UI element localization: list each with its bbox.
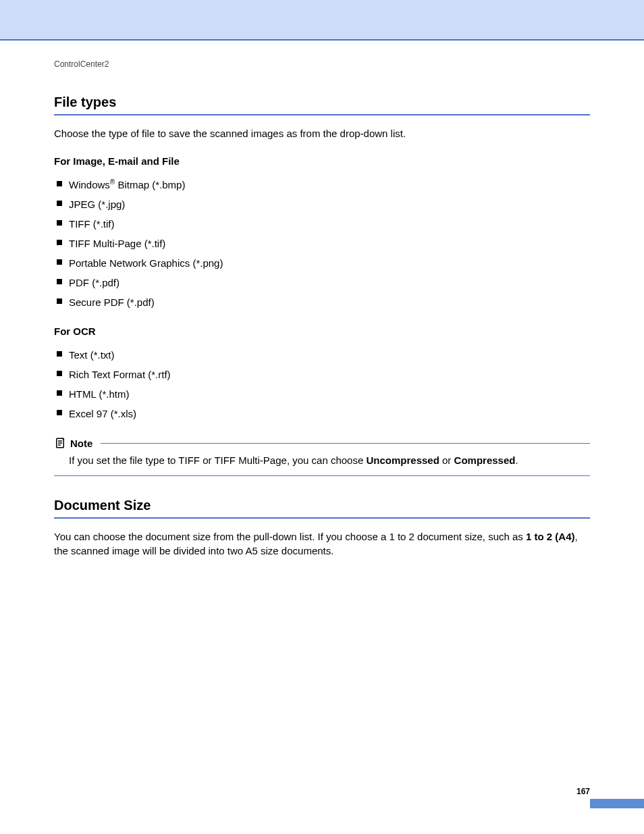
note-bold-2: Compressed — [454, 454, 516, 466]
group2-label: For OCR — [54, 325, 590, 337]
list-text-pre: Windows — [69, 179, 110, 190]
page-number: 167 — [576, 787, 590, 796]
section-rule — [54, 517, 590, 519]
note-icon — [54, 437, 66, 449]
list-item: Secure PDF (*.pdf) — [54, 292, 590, 312]
file-types-intro: Choose the type of file to save the scan… — [54, 126, 590, 140]
group2-list: Text (*.txt) Rich Text Format (*.rtf) HT… — [54, 345, 590, 423]
note-header: Note — [54, 437, 590, 449]
header-product: ControlCenter2 — [54, 59, 590, 69]
list-item: Portable Network Graphics (*.png) — [54, 253, 590, 273]
page-content: ControlCenter2 File types Choose the typ… — [0, 41, 644, 558]
list-text-post: Bitmap (*.bmp) — [115, 179, 185, 190]
doc-size-text: You can choose the document size from th… — [54, 529, 590, 558]
doc-size-text-pre: You can choose the document size from th… — [54, 531, 526, 542]
list-item: JPEG (*.jpg) — [54, 194, 590, 214]
note-header-line — [101, 443, 590, 444]
note-text: If you set the file type to TIFF or TIFF… — [54, 449, 590, 476]
top-band — [0, 0, 644, 39]
list-item: Text (*.txt) — [54, 345, 590, 365]
list-item: Windows® Bitmap (*.bmp) — [54, 175, 590, 194]
section-rule — [54, 114, 590, 115]
note-text-post: . — [515, 454, 518, 466]
note-block: Note If you set the file type to TIFF or… — [54, 437, 590, 476]
note-bold-1: Uncompressed — [366, 454, 439, 466]
group1-list: Windows® Bitmap (*.bmp) JPEG (*.jpg) TIF… — [54, 175, 590, 312]
group1-label: For Image, E-mail and File — [54, 155, 590, 167]
doc-size-bold: 1 to 2 (A4) — [526, 531, 575, 542]
list-item: Excel 97 (*.xls) — [54, 404, 590, 423]
list-item: TIFF Multi-Page (*.tif) — [54, 234, 590, 253]
note-text-pre: If you set the file type to TIFF or TIFF… — [69, 454, 366, 466]
list-item: Rich Text Format (*.rtf) — [54, 365, 590, 384]
list-item: TIFF (*.tif) — [54, 214, 590, 234]
note-label: Note — [70, 438, 92, 449]
section-title-file-types: File types — [54, 95, 590, 110]
list-item: HTML (*.htm) — [54, 384, 590, 404]
note-text-mid: or — [439, 454, 454, 466]
footer-bar — [590, 799, 644, 808]
section-title-doc-size: Document Size — [54, 498, 590, 513]
list-item: PDF (*.pdf) — [54, 273, 590, 292]
